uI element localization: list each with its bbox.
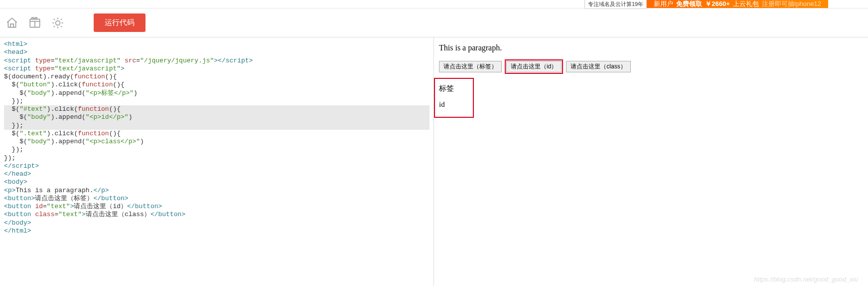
code-text: "text" bbox=[58, 211, 82, 218]
svg-rect-4 bbox=[35, 17, 37, 19]
code-text: = bbox=[136, 57, 140, 64]
code-text: 请点击这里（标签） bbox=[35, 195, 93, 202]
code-text: }); bbox=[4, 97, 23, 105]
code-text: = bbox=[43, 203, 47, 210]
preview-paragraph: This is a paragraph. bbox=[439, 43, 863, 52]
code-text: "body" bbox=[27, 113, 51, 121]
code-text: $( bbox=[4, 138, 27, 145]
code-text: "#text" bbox=[19, 105, 47, 113]
promo-free: 免费领取 bbox=[676, 0, 702, 8]
code-text: <p> bbox=[4, 187, 15, 194]
svg-rect-3 bbox=[32, 17, 34, 19]
code-text: type bbox=[35, 57, 50, 64]
code-text: </html> bbox=[4, 227, 31, 235]
home-icon[interactable] bbox=[5, 16, 19, 30]
svg-point-5 bbox=[56, 20, 60, 25]
code-text: src bbox=[121, 57, 136, 64]
code-text: <button bbox=[4, 211, 35, 218]
code-text: <script bbox=[4, 65, 35, 72]
svg-line-10 bbox=[54, 18, 55, 19]
preview-pane: This is a paragraph. 请点击这里（标签） 请点击这里（id）… bbox=[434, 37, 868, 286]
code-text: > bbox=[82, 211, 86, 218]
code-text: ) bbox=[134, 89, 138, 97]
promo-banner[interactable]: 新用户 免费领取 ￥2660+ 上云礼包 注册即可抽Iphone12 bbox=[647, 0, 828, 8]
preview-button-tag[interactable]: 请点击这里（标签） bbox=[439, 61, 502, 72]
code-text: "/jquery/jquery.js" bbox=[140, 57, 214, 64]
code-text: $( bbox=[4, 89, 27, 97]
code-text: </button> bbox=[127, 203, 162, 210]
promo-new-user: 新用户 bbox=[654, 0, 673, 8]
preview-button-class[interactable]: 请点击这里（class） bbox=[566, 61, 630, 72]
code-text: <button> bbox=[4, 195, 35, 202]
code-text: 请点击这里（id） bbox=[74, 203, 127, 210]
code-text: "button" bbox=[19, 81, 50, 88]
code-text: ) bbox=[140, 138, 144, 145]
code-text: <html> bbox=[4, 40, 27, 48]
code-text: This is a paragraph. bbox=[15, 187, 93, 194]
code-text: ).append( bbox=[51, 138, 86, 145]
code-text: ).click( bbox=[47, 130, 78, 137]
code-text: </button> bbox=[150, 211, 185, 218]
preview-button-id[interactable]: 请点击这里（id） bbox=[506, 61, 562, 72]
code-text: "<p>class</p>" bbox=[86, 138, 140, 145]
code-text: </p> bbox=[93, 187, 109, 194]
run-code-button[interactable]: 运行代码 bbox=[94, 13, 145, 32]
banner-note: 专注域名及云计算19年 bbox=[584, 0, 647, 9]
code-editor[interactable]: <html> <head> <script type="text/javascr… bbox=[0, 37, 434, 286]
code-text: function bbox=[82, 81, 113, 88]
code-text: ></script> bbox=[214, 57, 253, 64]
code-text: $( bbox=[4, 130, 19, 137]
code-text: <head> bbox=[4, 48, 27, 56]
code-text: }); bbox=[4, 154, 15, 162]
code-text: $( bbox=[4, 113, 27, 121]
highlight-box-icon: 请点击这里（id） bbox=[505, 59, 563, 74]
code-text: "text" bbox=[47, 203, 70, 210]
code-text: "text/javascript" bbox=[54, 57, 121, 64]
code-text: (){ bbox=[109, 130, 121, 137]
code-text: > bbox=[121, 65, 125, 72]
code-text: <script bbox=[4, 57, 35, 64]
code-text: (){ bbox=[109, 105, 121, 113]
code-text: ) bbox=[129, 113, 133, 121]
code-text: id bbox=[35, 203, 43, 210]
code-text: ).click( bbox=[47, 105, 78, 113]
promo-register: 注册即可抽Iphone12 bbox=[762, 0, 821, 8]
svg-line-12 bbox=[54, 25, 55, 26]
code-text: "body" bbox=[27, 138, 51, 145]
code-text: <button bbox=[4, 203, 35, 210]
code-text: 请点击这里（class） bbox=[86, 211, 150, 218]
svg-line-13 bbox=[61, 18, 62, 19]
code-text: class bbox=[35, 211, 54, 218]
code-text: </script> bbox=[4, 162, 39, 170]
code-text: ).append( bbox=[51, 89, 86, 97]
preview-button-row: 请点击这里（标签） 请点击这里（id） 请点击这里（class） bbox=[439, 59, 863, 74]
code-text: (){ bbox=[113, 81, 124, 88]
code-text: ".text" bbox=[19, 130, 47, 137]
output-line: 标签 bbox=[439, 84, 469, 93]
code-text: type bbox=[35, 65, 50, 72]
code-text: "<p>标签</p>" bbox=[86, 89, 134, 97]
code-text: function bbox=[74, 73, 105, 80]
toolbar: 运行代码 bbox=[0, 8, 868, 37]
code-text: ).click( bbox=[51, 81, 82, 88]
output-highlight-box: 标签 id bbox=[434, 78, 474, 118]
code-text: "body" bbox=[27, 89, 51, 97]
code-text: function bbox=[78, 130, 109, 137]
output-line: id bbox=[439, 100, 469, 109]
code-text: ).append( bbox=[51, 113, 86, 121]
promo-amount: ￥2660+ bbox=[705, 0, 730, 8]
code-text: }); bbox=[4, 122, 23, 129]
code-text: $( bbox=[4, 105, 19, 113]
code-text: "<p>id</p>" bbox=[86, 113, 129, 121]
layout-icon[interactable] bbox=[28, 16, 42, 30]
code-text: $(document).ready( bbox=[4, 73, 74, 80]
code-text: "text/javascript" bbox=[54, 65, 121, 72]
code-text: function bbox=[78, 105, 109, 113]
code-text: (){ bbox=[105, 73, 117, 80]
code-text: }); bbox=[4, 146, 23, 153]
code-text: </head> bbox=[4, 170, 31, 178]
code-text: </body> bbox=[4, 219, 31, 227]
theme-icon[interactable] bbox=[51, 16, 65, 30]
code-text: </button> bbox=[93, 195, 128, 202]
main-area: <html> <head> <script type="text/javascr… bbox=[0, 37, 868, 286]
